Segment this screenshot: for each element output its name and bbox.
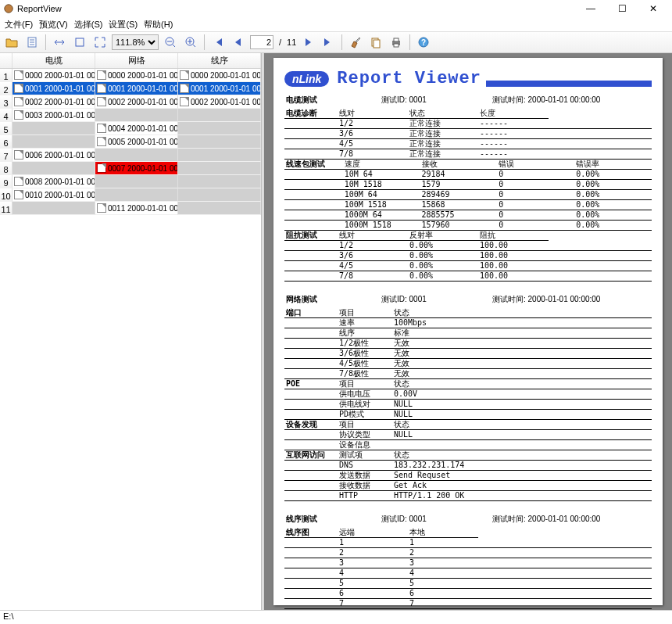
document-icon — [14, 150, 23, 160]
prev-page-button[interactable] — [230, 34, 247, 51]
grid-cell[interactable] — [95, 175, 178, 188]
menu-select[interactable]: 选择(S) — [71, 17, 106, 32]
grid-cell[interactable]: 0001 2000-01-01 00:00:00 — [178, 82, 261, 95]
row-header[interactable]: 11 — [0, 202, 13, 215]
document-icon — [14, 177, 23, 186]
row-header[interactable]: 1 — [0, 69, 13, 82]
grid-cell[interactable]: 0002 2000-01-01 00:00:00 — [178, 95, 261, 109]
table-row[interactable]: 40003 2000-01-01 00:00:00 — [0, 109, 261, 122]
table-row[interactable]: 20001 2000-01-01 00:00:000001 2000-01-01… — [0, 82, 261, 95]
brush-button[interactable] — [347, 34, 364, 51]
grid-cell[interactable] — [13, 122, 95, 135]
row-header[interactable]: 10 — [0, 188, 13, 202]
grid-cell[interactable]: 0011 2000-01-01 00:00:00 — [95, 202, 178, 215]
grid-cell[interactable] — [178, 162, 261, 175]
grid-cell[interactable]: 0005 2000-01-01 00:00:00 — [95, 135, 178, 149]
preview-pane[interactable]: nLink Report Viewer 电缆测试 测试ID: 0001 测试时间… — [264, 53, 672, 610]
row-header[interactable]: 3 — [0, 95, 13, 109]
table-row[interactable]: 50004 2000-01-01 00:00:00 — [0, 122, 261, 135]
maximize-button[interactable]: ☐ — [606, 0, 638, 17]
grid-cell[interactable] — [95, 188, 178, 202]
fit-width-button[interactable] — [51, 34, 68, 51]
status-path: E:\ — [3, 611, 13, 623]
help-button[interactable]: ? — [415, 34, 432, 51]
document-button[interactable] — [23, 34, 41, 51]
close-button[interactable]: ✕ — [638, 0, 669, 17]
menu-settings[interactable]: 设置(S) — [105, 17, 141, 32]
grid-cell[interactable] — [178, 188, 261, 202]
wiremap-table: 线序图远端本地1122334455667788 — [284, 528, 652, 610]
open-folder-button[interactable] — [3, 34, 20, 51]
page-number-input[interactable] — [250, 35, 273, 49]
table-row[interactable]: 80007 2000-01-01 00:00:00 — [0, 162, 261, 175]
print-button[interactable] — [388, 34, 405, 51]
menu-preview[interactable]: 预览(V) — [36, 17, 71, 32]
grid-cell[interactable] — [178, 202, 261, 215]
menu-file[interactable]: 文件(F) — [2, 17, 36, 32]
grid-cell[interactable] — [178, 175, 261, 188]
table-row[interactable]: 100010 2000-01-01 00:00:00 — [0, 188, 261, 202]
table-row[interactable]: 30002 2000-01-01 00:00:000002 2000-01-01… — [0, 95, 261, 109]
window-titlebar: ReportView — ☐ ✕ — [0, 0, 672, 17]
grid-cell[interactable]: 0000 2000-01-01 00:00:00 — [95, 69, 178, 82]
document-icon — [14, 190, 23, 199]
table-row[interactable]: 90008 2000-01-01 00:00:00 — [0, 175, 261, 188]
grid-cell[interactable] — [13, 162, 95, 175]
grid-cell[interactable] — [178, 122, 261, 135]
grid-header-network[interactable]: 网络 — [95, 53, 178, 68]
table-row[interactable]: 10000 2000-01-01 00:00:000000 2000-01-01… — [0, 69, 261, 82]
grid-cell[interactable]: 0007 2000-01-01 00:00:00 — [95, 162, 178, 175]
grid-cell[interactable]: 0008 2000-01-01 00:00:00 — [13, 175, 95, 188]
discovery-table: 设备发现项目状态协议类型NULL设备信息 — [284, 420, 652, 450]
grid-cell[interactable] — [13, 202, 95, 215]
row-header[interactable]: 4 — [0, 109, 13, 122]
grid-cell[interactable]: 0001 2000-01-01 00:00:00 — [95, 82, 178, 95]
table-row[interactable]: 60005 2000-01-01 00:00:00 — [0, 135, 261, 149]
table-row[interactable]: 110011 2000-01-01 00:00:00 — [0, 202, 261, 215]
grid-cell[interactable]: 0003 2000-01-01 00:00:00 — [13, 109, 95, 122]
grid-cell[interactable]: 0004 2000-01-01 00:00:00 — [95, 122, 178, 135]
fullscreen-button[interactable] — [91, 34, 109, 51]
svg-line-8 — [173, 45, 175, 47]
grid-cell[interactable]: 0001 2000-01-01 00:00:00 — [13, 82, 95, 95]
row-header[interactable]: 7 — [0, 149, 13, 162]
grid-cell[interactable]: 0010 2000-01-01 00:00:00 — [13, 188, 95, 202]
grid-cell[interactable] — [178, 135, 261, 149]
row-header[interactable]: 9 — [0, 175, 13, 188]
menu-bar: 文件(F) 预览(V) 选择(S) 设置(S) 帮助(H) — [0, 17, 672, 31]
row-header[interactable]: 5 — [0, 122, 13, 135]
zoom-in-button[interactable] — [182, 34, 199, 51]
fit-page-button[interactable] — [71, 34, 88, 51]
svg-rect-17 — [394, 44, 399, 47]
cable-heading: 电缆测试 — [286, 95, 380, 106]
grid-cell[interactable] — [95, 149, 178, 162]
next-page-button[interactable] — [299, 34, 316, 51]
grid-cell[interactable]: 0006 2000-01-01 00:00:00 — [13, 149, 95, 162]
status-bar: E:\ — [0, 610, 672, 624]
table-row[interactable]: 70006 2000-01-01 00:00:00 — [0, 149, 261, 162]
row-header[interactable]: 2 — [0, 82, 13, 95]
zoom-select[interactable]: 111.8% — [112, 34, 159, 50]
copy-button[interactable] — [367, 34, 384, 51]
last-page-button[interactable] — [320, 34, 337, 51]
grid-header-wiremap[interactable]: 线序 — [178, 53, 261, 68]
grid-cell[interactable]: 0000 2000-01-01 00:00:00 — [13, 69, 95, 82]
grid-cell[interactable] — [95, 109, 178, 122]
grid-cell[interactable]: 0002 2000-01-01 00:00:00 — [13, 95, 95, 109]
document-icon — [97, 163, 106, 173]
row-header[interactable]: 8 — [0, 162, 13, 175]
grid-header-cable[interactable]: 电缆 — [13, 53, 95, 68]
grid-cell[interactable] — [178, 109, 261, 122]
first-page-button[interactable] — [209, 34, 227, 51]
row-header[interactable]: 6 — [0, 135, 13, 149]
document-icon — [97, 97, 106, 106]
grid-cell[interactable] — [178, 149, 261, 162]
grid-cell[interactable] — [13, 135, 95, 149]
grid-cell[interactable]: 0000 2000-01-01 00:00:00 — [178, 69, 261, 82]
grid-cell[interactable]: 0002 2000-01-01 00:00:00 — [95, 95, 178, 109]
menu-help[interactable]: 帮助(H) — [141, 17, 176, 32]
zoom-out-button[interactable] — [162, 34, 179, 51]
svg-rect-5 — [76, 38, 84, 46]
svg-line-12 — [193, 45, 195, 47]
minimize-button[interactable]: — — [575, 0, 606, 17]
